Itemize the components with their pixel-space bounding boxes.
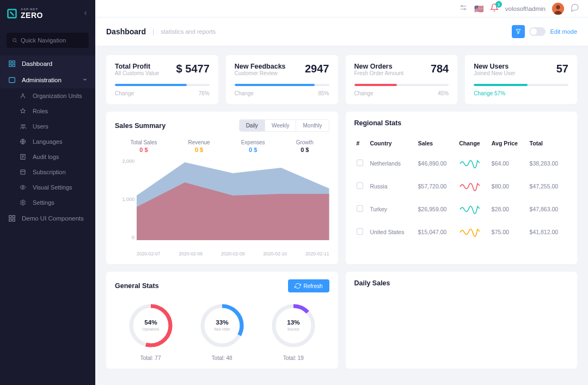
page-header: Dashboard | statistics and reports Edit … [95,17,588,46]
search-icon [12,38,17,43]
notifications-icon[interactable]: 3 [490,3,499,14]
kpi-pct: 76% [199,90,210,96]
svg-rect-5 [13,64,15,66]
topbar: 🇺🇸 3 volosoft\admin [95,0,588,17]
tab-weekly[interactable]: Weekly [265,120,297,131]
filter-button[interactable] [512,25,525,38]
avg-cell: $28.00 [489,198,528,221]
svg-rect-15 [13,216,15,218]
sparkline-icon [459,226,481,237]
quick-nav-input[interactable]: Quick Navigation [7,33,89,48]
table-header: Country [367,135,415,152]
admin-icon [8,76,16,84]
svg-text:13%: 13% [287,319,300,326]
tab-daily[interactable]: Daily [240,120,265,131]
kpi-change: Change [354,90,373,96]
donut-chart: 54% Operations Total: 77 [126,301,175,361]
sales-cell: $26,959.00 [416,198,457,221]
svg-text:54%: 54% [144,319,157,326]
nav-administration[interactable]: Administration [0,72,95,88]
nav-demo-ui[interactable]: Demo UI Components [0,210,95,227]
kpi-value: $ 5477 [176,63,210,75]
chevron-down-icon [82,77,88,83]
country-cell: Turkey [367,198,415,221]
svg-point-19 [464,8,465,10]
nav-sub-settings[interactable]: Settings [0,195,95,210]
edit-mode-toggle[interactable] [529,27,546,36]
table-header: Change [457,135,489,152]
row-checkbox[interactable] [357,160,363,166]
donut-total: Total: 19 [269,355,318,361]
total-cell: $38,283.00 [528,152,568,175]
sales-cell: $15,047.00 [416,221,457,243]
svg-point-8 [21,125,23,126]
row-checkbox[interactable] [357,205,363,212]
svg-text:33%: 33% [216,319,229,326]
sidebar-collapse-icon[interactable] [82,9,89,18]
flag-icon[interactable]: 🇺🇸 [474,4,483,13]
avg-cell: $64.00 [489,152,528,175]
nav-sub-roles[interactable]: Roles [0,103,95,119]
tab-monthly[interactable]: Monthly [296,120,328,131]
sub-icon [19,169,27,175]
kpi-pct: 45% [438,90,449,96]
donut-chart: 13% Bounce Total: 19 [269,301,318,361]
sparkline-icon [459,203,481,214]
nav-sub-org-units[interactable]: Organization Units [0,88,95,103]
kpi-progress [474,84,568,86]
nav-sub-languages[interactable]: Languages [0,134,95,149]
regional-stats-card: Regional Stats #CountrySalesChangeAvg Pr… [346,112,578,264]
table-header: # [354,135,368,152]
row-checkbox[interactable] [357,228,363,235]
notification-badge: 3 [495,1,502,8]
logo[interactable]: ASP.NETZERO [0,0,95,27]
page-title: Dashboard [106,27,146,36]
sales-cell: $46,890.00 [416,152,457,175]
nav-sub-visual[interactable]: Visual Settings [0,180,95,195]
row-checkbox[interactable] [357,182,363,189]
kpi-pct: 85% [318,90,329,96]
kpi-subtitle: Customer Review [235,70,286,76]
kpi-progress [115,84,210,86]
total-cell: $47,863.00 [528,198,568,221]
svg-point-12 [22,187,24,188]
donut-chart: 33% New Visits Total: 48 [198,301,247,361]
gear-icon [19,199,27,206]
kpi-change: Change [235,90,254,96]
sparkline-icon [459,180,481,191]
kpi-change: Change [115,90,134,96]
roles-icon [19,108,27,114]
svg-point-9 [23,125,25,126]
refresh-button[interactable]: Refresh [288,279,329,292]
logo-mark-icon [7,8,17,19]
svg-text:Bounce: Bounce [287,327,299,331]
kpi-card: New Users Joined New User 57 Change 57% [465,55,577,104]
svg-point-18 [461,5,463,7]
nav-sub-audit[interactable]: Audit logs [0,149,95,164]
table-row: Netherlands $46,890.00 $64.00 $38,283.00 [354,152,569,175]
table-header: Avg Price [489,135,528,152]
brand-name: ZERO [21,11,43,20]
country-cell: United States [367,221,415,243]
table-header: Sales [416,135,457,152]
kpi-title: New Users [474,63,515,70]
settings-icon[interactable] [459,3,468,14]
table-row: Russia $57,720.00 $80.00 $47,255.00 [354,175,569,198]
country-cell: Netherlands [367,152,415,175]
summary-stat: Revenue0 $ [188,139,210,153]
nav-sub-subscription[interactable]: Subscription [0,164,95,180]
svg-rect-6 [9,77,15,82]
kpi-card: Total Profit All Customs Value $ 5477 Ch… [106,55,218,104]
avatar[interactable] [552,3,564,15]
sales-chart: 2,0001,0000 2020-02-072020-02-082020-02-… [115,158,329,256]
donut-total: Total: 48 [198,355,247,361]
kpi-value: 2947 [305,63,329,75]
svg-rect-14 [9,216,11,218]
chat-icon[interactable] [571,3,579,14]
lang-icon [19,138,27,145]
nav-dashboard[interactable]: Dashboard [0,56,95,72]
refresh-icon [295,283,301,289]
user-name[interactable]: volosoft\admin [505,5,546,12]
svg-point-1 [13,39,16,42]
nav-sub-users[interactable]: Users [0,119,95,134]
